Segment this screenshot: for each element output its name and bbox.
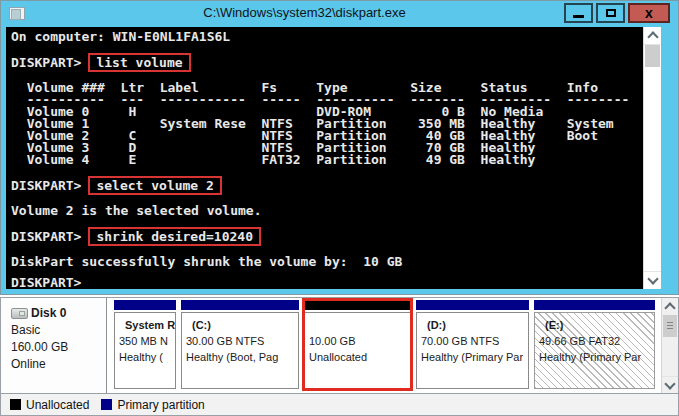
disk-management-panel: Disk 0 Basic 160.00 GB Online System R35… xyxy=(0,297,679,416)
console-scroll-down-icon xyxy=(647,273,658,284)
partition-c[interactable]: (C:)30.00 GB NTFSHealthy (Boot, Pag xyxy=(181,300,299,389)
pane-scroll-down-button[interactable] xyxy=(662,376,678,394)
console-line: On computer: WIN-E0NL1FA1S6L xyxy=(11,31,643,43)
highlighted-command: select volume 2 xyxy=(88,176,221,195)
diskpart-window: C:\Windows\system32\diskpart.exe x On co… xyxy=(0,0,679,295)
diskpart-prompt: DISKPART> xyxy=(11,52,81,73)
legend-swatch-unallocated xyxy=(10,399,21,410)
disk-type: Basic xyxy=(11,322,102,339)
console-line xyxy=(11,217,643,226)
partition-name xyxy=(309,317,408,333)
minimize-button[interactable] xyxy=(564,3,593,23)
partition-status: Healthy (Boot, Pag xyxy=(186,349,296,365)
console-line: DISKPART> _ xyxy=(11,277,643,289)
partition-box: (D:)70.00 GB NTFSHealthy (Primary Par xyxy=(416,312,529,389)
partition-status: Healthy (Primary Par xyxy=(421,349,526,365)
partition-name: System R xyxy=(119,317,173,333)
partition-size: 350 MB N xyxy=(119,333,173,349)
console-scrollbar-thumb[interactable] xyxy=(645,45,660,67)
partition-d[interactable]: (D:)70.00 GB NTFSHealthy (Primary Par xyxy=(416,300,529,389)
disk-icon xyxy=(11,308,28,319)
console-line: Volume 2 is the selected volume. xyxy=(11,205,643,217)
partition-size: 30.00 GB NTFS xyxy=(186,333,296,349)
diskpart-prompt: DISKPART> xyxy=(11,226,81,247)
partition-system-reserved[interactable]: System R350 MB NHealthy ( xyxy=(114,300,176,389)
console-line: Volume 4 E FAT32 Partition 49 GB Healthy xyxy=(11,154,643,166)
partition-name: (C:) xyxy=(186,317,296,333)
highlighted-command: shrink desired=10240 xyxy=(88,227,261,246)
console-scroll-up-button[interactable] xyxy=(644,27,661,45)
console-cursor: _ xyxy=(89,275,97,289)
partition-e[interactable]: (E:)49.66 GB FAT32Healthy (Primary Par xyxy=(534,300,655,389)
minimize-icon xyxy=(573,15,584,18)
partition-box: (C:)30.00 GB NTFSHealthy (Boot, Pag xyxy=(181,312,299,389)
maximize-button[interactable] xyxy=(596,3,625,23)
window-title: C:\Windows\system32\diskpart.exe xyxy=(61,5,548,20)
partition-header-unallocated xyxy=(304,300,411,310)
disk-0-info[interactable]: Disk 0 Basic 160.00 GB Online xyxy=(1,298,107,394)
pane-scrollbar-thumb[interactable] xyxy=(663,315,677,337)
partition-header-primary xyxy=(534,300,655,310)
pane-scroll-up-icon xyxy=(664,302,675,313)
partition-legend: UnallocatedPrimary partition xyxy=(1,393,678,415)
legend-label: Primary partition xyxy=(117,398,204,412)
partition-header-primary xyxy=(416,300,529,310)
console-area: On computer: WIN-E0NL1FA1S6LDISKPART>lis… xyxy=(6,27,661,289)
legend-label: Unallocated xyxy=(26,398,89,412)
console-line: DISKPART>select volume 2 xyxy=(11,175,643,196)
partition-box: System R350 MB NHealthy ( xyxy=(114,312,176,389)
console-scroll-down-button[interactable] xyxy=(644,271,661,289)
legend-swatch-primary xyxy=(101,399,112,410)
scrollbar-grip-icon xyxy=(667,322,673,330)
maximize-icon xyxy=(606,9,616,17)
console-line xyxy=(11,268,643,277)
partition-status: Healthy (Primary Par xyxy=(539,349,652,365)
partition-size: 10.00 GB xyxy=(309,333,408,349)
disk-size: 160.00 GB xyxy=(11,339,102,356)
partition-box: 10.00 GBUnallocated xyxy=(304,312,411,389)
console-scroll-up-icon xyxy=(647,31,658,42)
legend-item-primary: Primary partition xyxy=(101,398,204,412)
partition-box: (E:)49.66 GB FAT32Healthy (Primary Par xyxy=(534,312,655,389)
close-button[interactable]: x xyxy=(628,3,670,23)
console-line xyxy=(11,166,643,175)
console-line xyxy=(11,43,643,52)
pane-scroll-up-button[interactable] xyxy=(662,298,678,316)
partition-status: Healthy ( xyxy=(119,349,173,365)
console-output: On computer: WIN-E0NL1FA1S6LDISKPART>lis… xyxy=(6,27,643,289)
partition-header-primary xyxy=(181,300,299,310)
pane-scrollbar[interactable] xyxy=(661,298,678,394)
diskpart-prompt: DISKPART> xyxy=(11,275,89,289)
partition-unallocated[interactable]: 10.00 GBUnallocated xyxy=(304,300,411,389)
console-app-icon xyxy=(9,7,25,20)
partition-name: (D:) xyxy=(421,317,526,333)
window-controls: x xyxy=(561,3,670,23)
pane-scroll-down-icon xyxy=(664,378,675,389)
partition-strip: System R350 MB NHealthy ((C:)30.00 GB NT… xyxy=(107,298,661,394)
partition-status: Unallocated xyxy=(309,349,408,365)
highlighted-command: list volume xyxy=(88,53,190,72)
disk-0-row: Disk 0 Basic 160.00 GB Online System R35… xyxy=(1,298,678,394)
partition-size: 49.66 GB FAT32 xyxy=(539,333,652,349)
legend-item-unallocated: Unallocated xyxy=(10,398,89,412)
partition-header-primary xyxy=(114,300,176,310)
console-line: DISKPART>shrink desired=10240 xyxy=(11,226,643,247)
console-scrollbar[interactable] xyxy=(643,27,661,289)
partition-size: 70.00 GB NTFS xyxy=(421,333,526,349)
disk-name: Disk 0 xyxy=(31,305,66,322)
console-line: DISKPART>list volume xyxy=(11,52,643,73)
console-line: DiskPart successfully shrunk the volume … xyxy=(11,256,643,268)
title-bar[interactable]: C:\Windows\system32\diskpart.exe x xyxy=(1,1,678,27)
diskpart-prompt: DISKPART> xyxy=(11,175,81,196)
disk-status: Online xyxy=(11,356,102,373)
partition-name: (E:) xyxy=(539,317,652,333)
